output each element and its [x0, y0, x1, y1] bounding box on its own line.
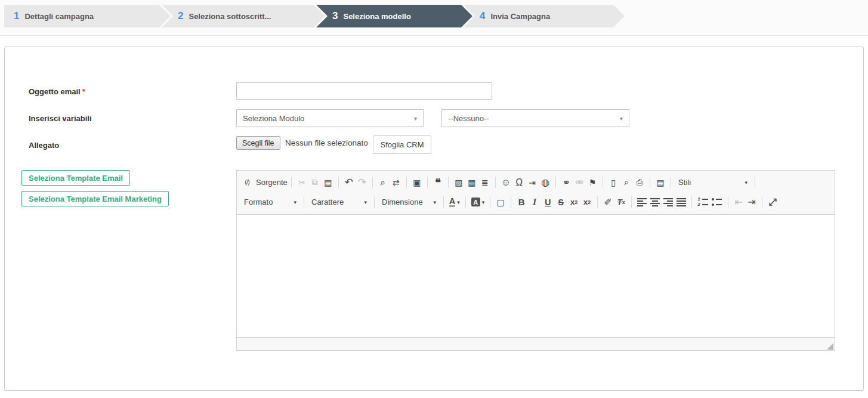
toolbar-separator — [597, 196, 598, 208]
remove-format-button[interactable]: Tx — [614, 195, 628, 209]
file-status-text: Nessun file selezionato — [285, 138, 368, 147]
styles-combo[interactable]: Stili ▾ — [675, 175, 751, 190]
field-select[interactable]: --Nessuno-- ▾ — [441, 109, 629, 127]
editor-toolbar: ⟨/⟩ Sorgente ✂ ⧉ ▤ ↶ ↷ ⌕ ⇄ ▣ ❝ ▨ ▦ ≣ — [237, 171, 835, 215]
toolbar-separator — [338, 177, 339, 188]
blockquote-icon[interactable]: ❝ — [431, 175, 444, 190]
toolbar-separator — [465, 196, 466, 208]
find-icon[interactable]: ⌕ — [376, 175, 390, 190]
step-seleziona-sottoscrittori[interactable]: 2 Seleziona sottoscritt... — [162, 5, 325, 27]
page-break-icon[interactable]: ⇥ — [526, 175, 539, 190]
copy-icon[interactable]: ⧉ — [308, 175, 322, 190]
text-color-button[interactable]: A ▾ — [447, 195, 462, 209]
italic-button[interactable]: I — [528, 195, 541, 209]
source-label: Sorgente — [256, 178, 288, 187]
outdent-icon[interactable]: ⇤ — [732, 195, 745, 209]
maximize-icon[interactable]: ⤢ — [766, 195, 779, 209]
toolbar-separator — [511, 196, 511, 208]
align-right-icon — [663, 198, 673, 206]
strikethrough-button[interactable]: S — [554, 195, 567, 209]
unlink-icon[interactable]: ⚮ — [573, 175, 586, 190]
step-invia-campagna[interactable]: 4 Invia Campagna — [464, 5, 625, 27]
chevron-down-icon: ▾ — [294, 199, 296, 205]
chevron-down-icon: ▾ — [482, 199, 485, 205]
toolbar-separator — [650, 177, 650, 188]
toolbar-separator — [448, 177, 449, 188]
subject-label: Oggetto email* — [29, 87, 85, 96]
bold-button[interactable]: B — [515, 195, 528, 209]
toolbar-separator — [755, 177, 755, 188]
choose-file-button[interactable]: Scegli file — [236, 136, 280, 150]
toolbar-separator — [406, 177, 407, 188]
replace-icon[interactable]: ⇄ — [390, 175, 403, 190]
undo-icon[interactable]: ↶ — [342, 175, 356, 190]
anchor-flag-icon[interactable]: ⚑ — [586, 175, 599, 190]
source-button[interactable]: ⟨/⟩ — [240, 175, 254, 190]
paste-icon[interactable]: ▤ — [322, 175, 335, 190]
underline-button[interactable]: U — [541, 195, 554, 209]
indent-icon[interactable]: ⇥ — [745, 195, 758, 209]
link-icon[interactable]: ⚭ — [560, 175, 573, 190]
toolbar-separator — [490, 196, 490, 208]
size-combo[interactable]: Dimensione ▾ — [378, 195, 440, 209]
toolbar-separator — [372, 177, 373, 188]
chevron-down-icon: ▾ — [457, 199, 460, 205]
browse-crm-button[interactable]: Sfoglia CRM — [373, 135, 431, 154]
bullet-list-icon — [712, 198, 722, 206]
align-right-button[interactable] — [662, 195, 675, 209]
rich-text-editor: ⟨/⟩ Sorgente ✂ ⧉ ▤ ↶ ↷ ⌕ ⇄ ▣ ❝ ▨ ▦ ≣ — [236, 170, 835, 351]
insert-image-icon[interactable]: ▨ — [452, 175, 465, 190]
format-combo[interactable]: Formato ▾ — [240, 195, 300, 209]
step-number: 1 — [14, 10, 19, 22]
special-char-icon[interactable]: Ω — [512, 175, 526, 190]
toolbar-separator — [304, 196, 304, 208]
align-left-button[interactable] — [635, 195, 648, 209]
insert-table-icon[interactable]: ▦ — [465, 175, 478, 190]
toolbar-separator — [443, 196, 444, 208]
toolbar-separator — [728, 196, 728, 208]
align-center-button[interactable] — [648, 195, 662, 209]
wizard-stepper: 1 Dettagli campagna 2 Seleziona sottoscr… — [0, 0, 868, 36]
superscript-button[interactable]: x2 — [580, 195, 594, 209]
step-dettagli-campagna[interactable]: 1 Dettagli campagna — [4, 5, 171, 27]
horizontal-rule-icon[interactable]: ≣ — [478, 175, 492, 190]
chevron-down-icon: ▾ — [620, 115, 623, 122]
step-seleziona-modello[interactable]: 3 Seleziona modello — [316, 5, 472, 27]
subject-input[interactable] — [236, 82, 492, 100]
toolbar-separator — [291, 177, 292, 188]
background-color-button[interactable]: A ▾ — [469, 195, 487, 209]
templates-icon[interactable]: ▤ — [654, 175, 667, 190]
cut-icon[interactable]: ✂ — [295, 175, 308, 190]
div-container-icon[interactable]: ▢ — [494, 195, 507, 209]
justify-button[interactable] — [675, 195, 688, 209]
toolbar-separator — [691, 196, 692, 208]
redo-icon[interactable]: ↷ — [356, 175, 369, 190]
print-icon[interactable]: ⎙ — [633, 175, 646, 190]
iframe-globe-icon[interactable]: ◍ — [539, 175, 552, 190]
select-all-icon[interactable]: ▣ — [410, 175, 424, 190]
select-marketing-template-button[interactable]: Seleziona Template Email Marketing — [21, 191, 169, 206]
step-label: Seleziona sottoscritt... — [189, 12, 271, 21]
editor-resize-handle[interactable] — [827, 343, 833, 350]
step-label: Dettagli campagna — [24, 12, 94, 21]
module-select[interactable]: Seleziona Modulo ▾ — [236, 109, 424, 127]
step-number: 4 — [480, 10, 485, 22]
select-email-template-button[interactable]: Seleziona Template Email — [21, 170, 130, 186]
toolbar-separator — [495, 177, 496, 188]
smiley-icon[interactable]: ☺ — [499, 175, 512, 190]
toolbar-row-1: ⟨/⟩ Sorgente ✂ ⧉ ▤ ↶ ↷ ⌕ ⇄ ▣ ❝ ▨ ▦ ≣ — [240, 172, 831, 192]
step-label: Seleziona modello — [343, 12, 410, 21]
toolbar-separator — [631, 196, 632, 208]
font-combo[interactable]: Carattere ▾ — [308, 195, 370, 209]
toolbar-separator — [427, 177, 428, 188]
new-page-icon[interactable]: ▯ — [607, 175, 620, 190]
toolbar-separator — [762, 196, 762, 208]
editor-content-area[interactable] — [237, 215, 835, 337]
attachment-label: Allegato — [29, 141, 59, 150]
bullet-list-button[interactable] — [710, 195, 724, 209]
copy-formatting-icon[interactable]: ✐ — [601, 195, 614, 209]
subscript-button[interactable]: x2 — [567, 195, 580, 209]
numbered-list-button[interactable] — [696, 195, 710, 209]
toolbar-separator — [555, 177, 556, 188]
preview-icon[interactable]: ⌕ — [620, 175, 633, 190]
